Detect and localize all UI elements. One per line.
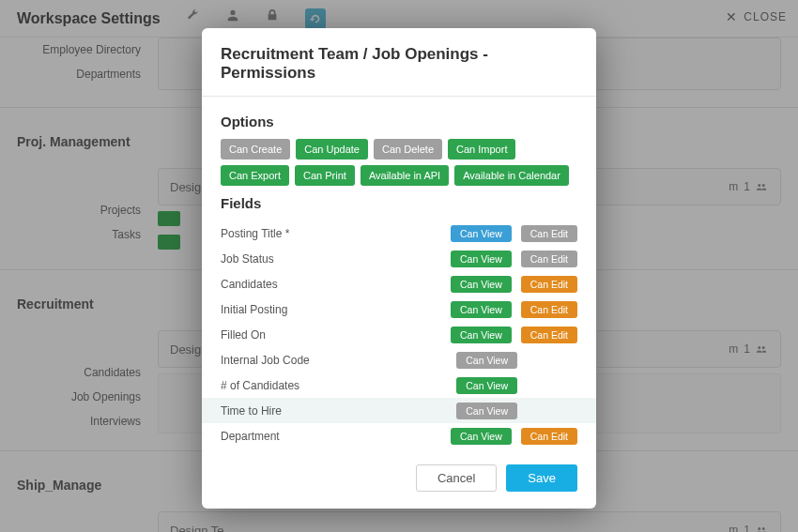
- option-pill[interactable]: Available in Calendar: [454, 165, 569, 186]
- field-row: Filled OnCan ViewCan Edit: [221, 322, 577, 347]
- field-name: Time to Hire: [221, 404, 456, 418]
- can-view-tag[interactable]: Can View: [451, 327, 512, 343]
- options-header: Options: [221, 114, 577, 129]
- fields-header: Fields: [221, 195, 577, 211]
- can-edit-tag[interactable]: Can Edit: [521, 251, 577, 267]
- can-view-tag[interactable]: Can View: [451, 428, 512, 445]
- can-edit-tag[interactable]: Can Edit: [521, 327, 577, 343]
- option-pill[interactable]: Can Import: [448, 139, 515, 160]
- field-row: # of CandidatesCan View: [221, 372, 577, 398]
- can-view-tag[interactable]: Can View: [456, 403, 517, 419]
- field-name: Department: [221, 430, 451, 443]
- can-view-tag[interactable]: Can View: [456, 352, 517, 369]
- option-pill[interactable]: Can Print: [295, 165, 355, 186]
- can-view-tag[interactable]: Can View: [451, 225, 512, 242]
- fields-list: Posting Title *Can ViewCan EditJob Statu…: [221, 220, 577, 453]
- field-name: Filled On: [221, 328, 451, 342]
- can-view-tag[interactable]: Can View: [451, 301, 512, 318]
- field-row: Posting Title *Can ViewCan Edit: [221, 220, 577, 246]
- can-edit-tag[interactable]: Can Edit: [521, 453, 577, 454]
- can-view-tag[interactable]: Can View: [451, 453, 512, 454]
- modal-title: Recruitment Team / Job Openings - Permis…: [221, 45, 577, 83]
- field-name: Initial Posting: [221, 303, 451, 316]
- can-view-tag[interactable]: Can View: [451, 276, 512, 293]
- field-row: Job StatusCan ViewCan Edit: [221, 246, 577, 271]
- can-edit-tag[interactable]: Can Edit: [521, 428, 577, 445]
- field-row: Internal Job CodeCan View: [221, 347, 577, 372]
- modal-footer: Cancel Save: [202, 453, 596, 509]
- can-edit-tag[interactable]: Can Edit: [521, 225, 577, 242]
- modal-body: Options Can CreateCan UpdateCan DeleteCa…: [202, 97, 596, 453]
- field-name: Candidates: [221, 278, 451, 291]
- field-row: Employment typeCan ViewCan Edit: [221, 448, 577, 453]
- can-edit-tag[interactable]: Can Edit: [521, 301, 577, 318]
- field-row: CandidatesCan ViewCan Edit: [221, 271, 577, 296]
- field-name: Job Status: [221, 252, 451, 266]
- field-name: Internal Job Code: [221, 354, 456, 367]
- modal-header: Recruitment Team / Job Openings - Permis…: [202, 28, 596, 96]
- options-pill-wrap: Can CreateCan UpdateCan DeleteCan Import…: [221, 139, 577, 186]
- permissions-modal: Recruitment Team / Job Openings - Permis…: [202, 28, 596, 509]
- option-pill[interactable]: Can Create: [221, 139, 290, 160]
- field-row: Time to HireCan View: [202, 398, 596, 423]
- cancel-button[interactable]: Cancel: [416, 464, 497, 492]
- field-name: # of Candidates: [221, 379, 456, 392]
- can-view-tag[interactable]: Can View: [451, 251, 512, 267]
- can-edit-tag[interactable]: Can Edit: [521, 276, 577, 293]
- option-pill[interactable]: Available in API: [361, 165, 449, 186]
- save-button[interactable]: Save: [506, 464, 577, 492]
- option-pill[interactable]: Can Delete: [374, 139, 442, 160]
- can-view-tag[interactable]: Can View: [456, 377, 517, 394]
- field-row: DepartmentCan ViewCan Edit: [221, 423, 577, 448]
- option-pill[interactable]: Can Update: [296, 139, 368, 160]
- option-pill[interactable]: Can Export: [221, 165, 289, 186]
- field-name: Posting Title *: [221, 227, 451, 240]
- field-row: Initial PostingCan ViewCan Edit: [221, 296, 577, 322]
